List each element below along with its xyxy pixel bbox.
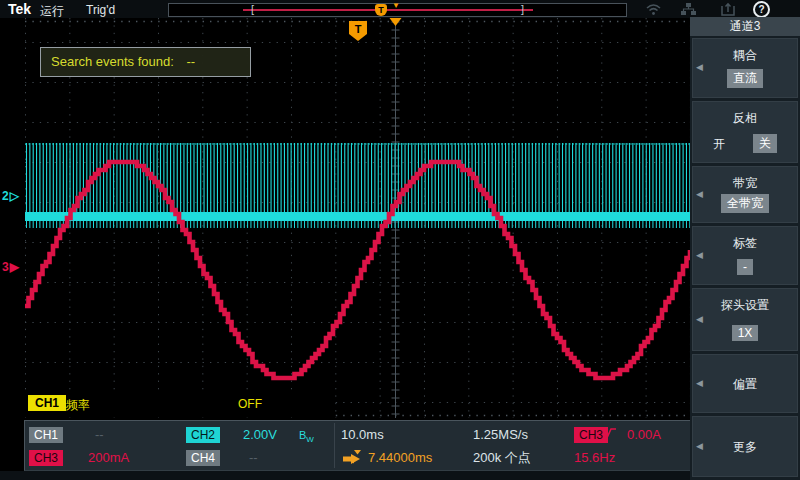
- top-bar: Tek 运行 Trig'd [ ] T ▼: [0, 0, 800, 18]
- menu-item-more[interactable]: ◀ 更多: [692, 416, 798, 477]
- invert-off-option[interactable]: 关: [753, 134, 777, 153]
- invert-on-option[interactable]: 开: [713, 136, 725, 153]
- measurement-type: 频率: [66, 397, 90, 414]
- chevron-left-icon: ◀: [696, 314, 703, 324]
- ch3-scale: 200mA: [88, 450, 129, 466]
- bottom-edge: [0, 471, 690, 480]
- sample-rate: 1.25MS/s: [473, 427, 528, 443]
- oscilloscope-screen: Tek 运行 Trig'd [ ] T ▼: [0, 0, 800, 480]
- record-length: 200k 个点: [473, 450, 531, 466]
- horizontal-scale: 10.0ms: [341, 427, 384, 443]
- menu-item-coupling[interactable]: ◀ 耦合 直流: [692, 38, 798, 98]
- menu-item-bandwidth[interactable]: ◀ 带宽 全带宽: [692, 166, 798, 223]
- ch2-badge[interactable]: CH2: [186, 427, 220, 443]
- bandwidth-value: 全带宽: [721, 194, 769, 213]
- ch1-scale: --: [95, 427, 104, 443]
- help-icon[interactable]: ?: [753, 1, 770, 18]
- menu-item-invert[interactable]: 反相 开 关: [692, 101, 798, 163]
- ch3-badge[interactable]: CH3: [29, 450, 63, 466]
- wifi-icon: [645, 2, 662, 16]
- side-menu-title: 通道3: [690, 17, 800, 36]
- record-overview-bar: [ ] T ▼: [168, 3, 627, 17]
- ch3-marker-arrow-icon: ▶: [10, 260, 20, 274]
- ch2-scale: 2.00V: [243, 427, 277, 443]
- ch4-scale: --: [249, 450, 258, 466]
- search-events-text: Search events found:: [51, 54, 174, 69]
- ch3-position-marker[interactable]: 3▶: [2, 260, 20, 274]
- search-events-banner: Search events found: --: [40, 47, 251, 77]
- ch2-marker-arrow-icon: ▷: [10, 189, 20, 203]
- menu-item-label[interactable]: ◀ 标签 -: [692, 226, 798, 285]
- window-right-bracket: ]: [521, 3, 524, 16]
- trigger-level: 0.00A: [627, 427, 661, 443]
- record-window-line: [243, 9, 533, 11]
- ch2-bandwidth-limit-icon: BW: [299, 427, 314, 448]
- measurement-bar[interactable]: CH1 频率 OFF: [25, 392, 335, 417]
- menu-item-probe-setup[interactable]: ◀ 探头设置 1X: [692, 288, 798, 351]
- label-value: -: [737, 259, 753, 275]
- measurement-source-badge: CH1: [28, 395, 66, 411]
- readout-panel: CH1 -- CH2 2.00V BW CH3 200mA CH4 -- 10.…: [24, 420, 691, 471]
- measurement-value: OFF: [238, 397, 262, 411]
- side-menu: 通道3 ◀ 耦合 直流 反相 开 关 ◀ 带宽 全带宽 ◀ 标签 - ◀ 探头设…: [690, 17, 800, 480]
- trigger-slope-icon: [601, 427, 617, 442]
- ch2-position-marker[interactable]: 2▷: [2, 189, 20, 203]
- probe-value: 1X: [732, 325, 759, 341]
- trigger-frequency: 15.6Hz: [574, 450, 615, 466]
- svg-text:T: T: [355, 23, 362, 35]
- ch1-badge[interactable]: CH1: [29, 427, 63, 443]
- search-events-count: --: [186, 54, 195, 69]
- horizontal-delay-icon: [342, 450, 362, 464]
- ch4-badge[interactable]: CH4: [186, 450, 220, 466]
- menu-item-offset[interactable]: ◀ 偏置: [692, 354, 798, 413]
- window-left-bracket: [: [251, 3, 254, 16]
- network-icon: [680, 2, 697, 16]
- tek-logo: Tek: [8, 1, 31, 17]
- trigger-status: Trig'd: [86, 3, 115, 17]
- overview-trigger-icon: T: [375, 4, 387, 16]
- panel-divider: [334, 423, 335, 468]
- coupling-value: 直流: [727, 69, 763, 88]
- horizontal-delay: 7.44000ms: [368, 450, 432, 466]
- waveform-display: T: [25, 18, 690, 418]
- file-export-icon: [720, 2, 737, 16]
- overview-trigger-tick-icon: ▼: [392, 1, 400, 10]
